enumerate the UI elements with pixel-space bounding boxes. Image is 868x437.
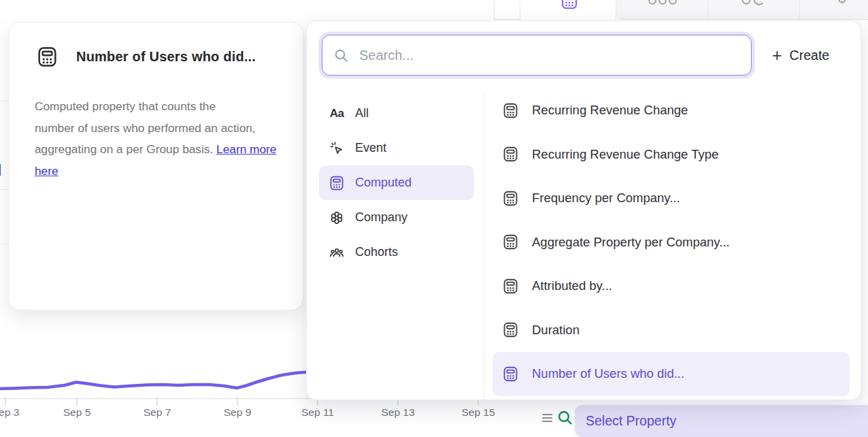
category-item-event[interactable]: Event <box>319 131 474 165</box>
x-axis-tick-label: Sep 7 <box>144 406 171 419</box>
background-panel-edge <box>0 101 8 101</box>
property-row-label: Frequency per Company... <box>532 191 680 206</box>
small-circle-icon <box>838 0 846 5</box>
category-label: Event <box>355 141 386 155</box>
property-row-label: Duration <box>532 323 580 338</box>
search-input[interactable] <box>358 47 725 64</box>
create-button[interactable]: + Create <box>772 35 829 76</box>
property-row[interactable]: Frequency per Company... <box>493 176 850 221</box>
category-item-computed[interactable]: Computed <box>319 165 474 200</box>
property-row-label: Number of Users who did... <box>532 366 684 381</box>
create-button-label: Create <box>790 48 830 63</box>
calculator-icon <box>502 278 519 295</box>
category-list: Aa All Event <box>319 96 474 270</box>
background-panel-edge <box>0 244 8 244</box>
property-row[interactable]: Attributed by... <box>493 264 850 308</box>
category-item-company[interactable]: Company <box>319 200 474 235</box>
property-row-label: Recurring Revenue Change <box>532 103 688 118</box>
property-row[interactable]: Recurring Revenue Change Type <box>493 133 850 177</box>
property-row-label: Recurring Revenue Change Type <box>532 147 718 162</box>
calculator-icon <box>560 0 579 10</box>
drag-handle-icon[interactable] <box>542 414 552 424</box>
category-label: All <box>355 106 369 120</box>
property-row-selected[interactable]: Number of Users who did... <box>493 352 850 396</box>
circle-curve-icon <box>741 0 768 8</box>
category-label: Company <box>355 210 407 225</box>
tab-inactive-1[interactable] <box>616 0 708 20</box>
select-property-label: Select Property <box>586 413 676 429</box>
x-axis-tick-label: Sep 5 <box>63 406 91 419</box>
calculator-icon <box>502 102 519 119</box>
plus-icon: + <box>772 46 782 65</box>
clipped-text-fragment: ] <box>0 162 1 176</box>
category-item-cohorts[interactable]: Cohorts <box>319 235 474 270</box>
calculator-icon <box>329 175 345 191</box>
app-screen: ] Sep 3 Sep 5 Sep 7 Sep 9 Sep 11 Sep 13 … <box>0 0 868 437</box>
tooltip-title: Number of Users who did... <box>76 49 256 65</box>
category-item-all[interactable]: Aa All <box>319 96 474 131</box>
cursor-click-icon <box>329 140 345 157</box>
x-axis-tick-label: Sep 3 <box>0 406 19 419</box>
calculator-icon <box>502 190 519 207</box>
aa-text-icon: Aa <box>329 106 345 122</box>
category-label: Cohorts <box>355 245 398 259</box>
description-line: Computed property that counts the <box>35 96 282 118</box>
select-property-field[interactable]: Select Property <box>575 405 868 437</box>
property-row[interactable]: Recurring Revenue Change <box>493 88 850 133</box>
property-row-label: Aggregate Property per Company... <box>532 235 730 250</box>
search-field-wrap <box>322 35 752 76</box>
calculator-icon <box>502 321 519 338</box>
tab-bar-spacer <box>495 0 520 20</box>
tab-inactive-2[interactable] <box>708 0 800 20</box>
property-row-label: Attributed by... <box>532 278 612 293</box>
tooltip-header: Number of Users who did... <box>36 46 256 68</box>
property-row[interactable]: Duration <box>493 308 850 353</box>
tab-computed-active[interactable] <box>520 0 616 20</box>
computed-property-tooltip: Number of Users who did... Computed prop… <box>8 22 303 310</box>
calculator-icon <box>502 233 519 250</box>
calculator-icon <box>36 46 59 68</box>
chart-type-tab-bar <box>494 0 868 20</box>
search-icon-green <box>556 409 573 426</box>
inactive-tab-group <box>616 0 868 20</box>
tab-inactive-3[interactable] <box>800 0 868 20</box>
background-panel-edge <box>0 189 8 190</box>
company-cluster-icon <box>329 210 345 226</box>
cohorts-people-icon <box>329 244 345 261</box>
search-icon <box>333 48 349 63</box>
three-circles-icon <box>648 0 678 7</box>
calculator-icon <box>502 146 519 163</box>
tooltip-description: Computed property that counts the number… <box>35 96 282 182</box>
description-line: aggregating on a per Group basis. <box>35 142 213 156</box>
calculator-icon <box>502 366 519 383</box>
x-axis-tick-label: Sep 15 <box>461 406 495 419</box>
column-divider <box>484 92 484 400</box>
property-results-list: Recurring Revenue Change Recurring Reven… <box>493 88 850 396</box>
property-row[interactable]: Aggregate Property per Company... <box>493 221 850 265</box>
property-picker-dropdown: + Create Aa All Event <box>306 20 861 400</box>
category-label: Computed <box>355 176 412 190</box>
x-axis-tick-label: Sep 11 <box>301 406 334 419</box>
description-line: number of users who performed an action, <box>35 118 282 140</box>
x-axis-tick-label: Sep 13 <box>381 406 414 419</box>
x-axis-tick-label: Sep 9 <box>224 406 252 419</box>
